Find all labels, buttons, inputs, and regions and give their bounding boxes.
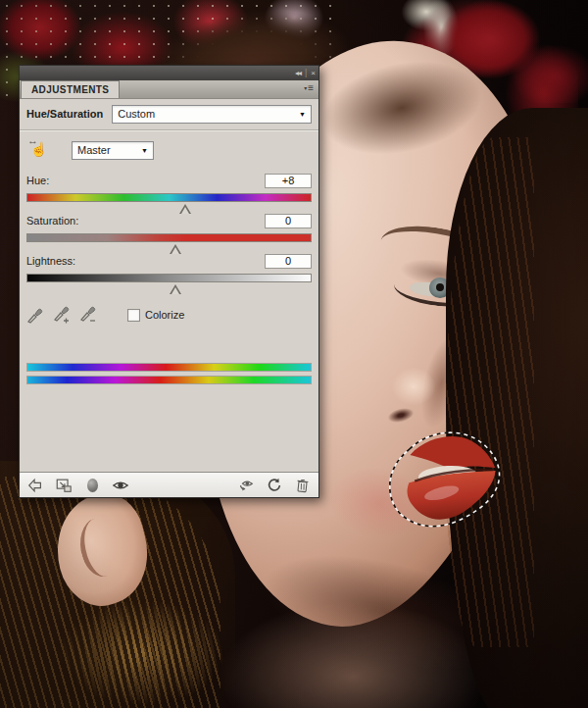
add-to-sample-eyedropper-icon[interactable] <box>53 306 72 325</box>
clip-to-layer-icon[interactable] <box>82 476 102 495</box>
hue-value-input[interactable]: +8 <box>265 174 312 188</box>
lightness-slider-marker[interactable] <box>170 284 181 294</box>
hue-slider-marker[interactable] <box>179 204 191 214</box>
panel-footer <box>20 472 318 497</box>
hue-label: Hue: <box>26 175 49 186</box>
collapse-to-icons-icon[interactable]: ◂◂ <box>295 70 301 77</box>
channel-value: Master <box>77 144 111 156</box>
saturation-value-input[interactable]: 0 <box>265 214 312 228</box>
lightness-label: Lightness: <box>26 255 75 267</box>
panel-menu-icon[interactable]: ▾ ≡ <box>304 83 314 93</box>
view-previous-state-icon[interactable] <box>236 476 256 495</box>
lips-selection-region <box>378 421 519 551</box>
return-to-adjustment-list-icon[interactable] <box>25 476 45 495</box>
lightness-value-input[interactable]: 0 <box>265 254 312 269</box>
hue-slider-track[interactable] <box>26 193 312 202</box>
saturation-slider-marker[interactable] <box>170 244 181 254</box>
tab-label: ADJUSTMENTS <box>31 84 109 95</box>
dropdown-arrow-icon: ▼ <box>141 147 148 154</box>
colorize-checkbox[interactable] <box>127 309 140 322</box>
lightness-slider-track[interactable] <box>26 274 312 282</box>
expanded-view-icon[interactable] <box>54 476 74 495</box>
divider <box>20 129 318 131</box>
reset-icon[interactable] <box>265 476 284 495</box>
eyedropper-icon[interactable] <box>26 306 45 325</box>
tab-adjustments[interactable]: ADJUSTMENTS <box>21 80 120 98</box>
colorize-label: Colorize <box>145 309 184 321</box>
channel-dropdown[interactable]: Master ▼ <box>72 141 154 160</box>
panel-titlebar: ◂◂ | × <box>20 66 318 80</box>
adjustment-title: Hue/Saturation <box>26 108 103 120</box>
preset-value: Custom <box>118 108 155 120</box>
targeted-adjustment-tool-icon[interactable]: ↔ ☝ <box>26 138 50 162</box>
saturation-slider-track[interactable] <box>26 233 312 242</box>
hue-ramp-original <box>26 363 312 372</box>
close-icon[interactable]: × <box>311 70 315 77</box>
panel-tabbar: ADJUSTMENTS ▾ ≡ <box>20 80 318 99</box>
preset-dropdown[interactable]: Custom ▼ <box>112 105 312 124</box>
adjustments-panel: ◂◂ | × ADJUSTMENTS ▾ ≡ Hue/Saturation Cu… <box>19 65 319 498</box>
saturation-label: Saturation: <box>26 215 78 227</box>
subtract-from-sample-eyedropper-icon[interactable] <box>79 306 98 325</box>
dropdown-arrow-icon: ▼ <box>299 111 306 118</box>
toggle-visibility-eye-icon[interactable] <box>111 476 130 495</box>
delete-adjustment-trash-icon[interactable] <box>293 476 313 495</box>
hue-ramp-adjusted <box>26 376 312 384</box>
panel-content: Hue/Saturation Custom ▼ ↔ ☝ Master ▼ Hue… <box>20 99 318 472</box>
titlebar-separator: | <box>305 69 307 77</box>
